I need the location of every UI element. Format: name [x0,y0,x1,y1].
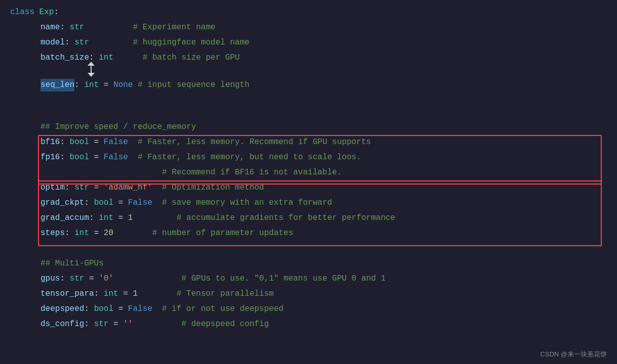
class-keyword: class [10,6,39,19]
type-str: str [70,21,85,34]
comment-ds-config: # deepspeed config [181,318,269,331]
svg-marker-2 [88,73,95,77]
var-fp16: fp16 [40,151,60,164]
comment-seq-len: # input sequence length [138,79,250,92]
var-seq-len: seq_len [40,79,74,92]
val-none: None [113,79,133,92]
type-bool: bool [94,303,113,316]
var-optim: optim [40,181,65,195]
ds-config-line: ds_config: str = '' # deepspeed config [10,317,607,332]
comment-gpus: # GPUs to use. "0,1" means use GPU 0 and… [181,272,385,286]
grad-accum-line: grad_accum: int = 1 # accumulate gradien… [10,211,607,226]
val-1-para: 1 [133,288,138,301]
name-line: name: str # Experiment name [10,20,607,35]
comment-batch-size: # batch size per GPU [143,52,240,65]
var-name: name [40,21,60,34]
type-str: str [74,181,89,195]
class-def-line: class Exp: [10,5,607,20]
type-str: str [94,318,109,331]
val-false-fp16: False [104,151,128,164]
var-grad-accum: grad_accum [40,212,89,225]
comment-gpu-line: ## Multi-GPUs [10,256,607,271]
val-1-accum: 1 [128,212,133,225]
type-int: int [99,52,113,65]
var-grad-ckpt: grad_ckpt [40,197,84,210]
var-bf16: bf16 [40,136,60,149]
comment-bf16: # Faster, less memory. Recommend if GPU … [138,136,371,149]
type-bool: bool [70,136,89,149]
type-bool: bool [94,197,113,210]
type-int: int [84,79,99,92]
model-line: model: str # huggingface model name [10,35,607,51]
val-false-ckpt: False [128,197,152,210]
comment-optim: # Optimization method [162,181,264,195]
comment-grad-ckpt: # save memory with an extra forward [162,197,332,210]
seq-len-line: seq_len: int = None # input sequence len… [10,66,607,105]
fp16-comment2-line: # Recommend if BF16 is not available. [10,165,607,180]
comment-gpu: ## Multi-GPUs [40,257,104,270]
var-steps: steps [40,227,65,240]
comment-grad-accum: # accumulate gradients for better perfor… [177,212,395,225]
val-empty-str: '' [123,318,133,331]
val-20: 20 [104,227,113,240]
type-int: int [104,288,118,301]
watermark: CSDN @来一块葱花饼 [540,350,607,359]
grad-ckpt-line: grad_ckpt: bool = False # save memory wi… [10,196,607,211]
comment-model: # huggingface model name [133,36,249,50]
steps-line: steps: int = 20 # number of parameter up… [10,226,607,241]
type-str: str [70,272,85,286]
var-gpus: gpus [40,272,60,286]
comment-speed-line: ## Improve speed / reduce_memory [10,120,607,135]
deepspeed-line: deepspeed: bool = False # if or not use … [10,302,607,317]
comment-steps: # number of parameter updates [152,227,293,240]
fp16-line: fp16: bool = False # Faster, less memory… [10,150,607,165]
gpus-line: gpus: str = '0' # GPUs to use. "0,1" mea… [10,271,607,287]
comment-fp16-2: # Recommend if BF16 is not available. [162,166,342,179]
comment-fp16: # Faster, less memory, but need to scale… [138,151,361,164]
var-batch-size: batch_size [40,52,89,65]
class-name: Exp [39,6,54,19]
empty-line-1 [10,105,607,120]
optim-line: optim: str = 'adamw_hf' # Optimization m… [10,180,607,196]
comment-speed: ## Improve speed / reduce_memory [40,121,196,134]
type-int: int [74,227,89,240]
empty-line-2 [10,241,607,256]
code-editor: class Exp: name: str # Experiment name m… [0,0,617,364]
var-ds-config: ds_config [40,318,84,331]
tensor-para-line: tensor_para: int = 1 # Tensor parallelis… [10,287,607,302]
batch-size-line: batch_size: int # batch size per GPU [10,51,607,66]
var-deepspeed: deepspeed [40,303,84,316]
var-model: model [40,36,65,50]
val-gpus: '0' [99,272,113,286]
var-tensor-para: tensor_para [40,288,94,301]
bf16-line: bf16: bool = False # Faster, less memory… [10,135,607,150]
val-false-bf16: False [104,136,128,149]
svg-rect-1 [91,66,92,73]
val-false-deepspeed: False [128,303,152,316]
class-colon: : [54,6,59,19]
val-adamw: 'adamw_hf' [104,181,152,195]
comment-tensor-para: # Tensor parallelism [177,288,274,301]
type-int: int [99,212,113,225]
type-bool: bool [70,151,89,164]
comment-name: # Experiment name [133,21,215,34]
comment-deepspeed: # if or not use deepspeed [162,303,283,316]
type-str: str [74,36,89,50]
